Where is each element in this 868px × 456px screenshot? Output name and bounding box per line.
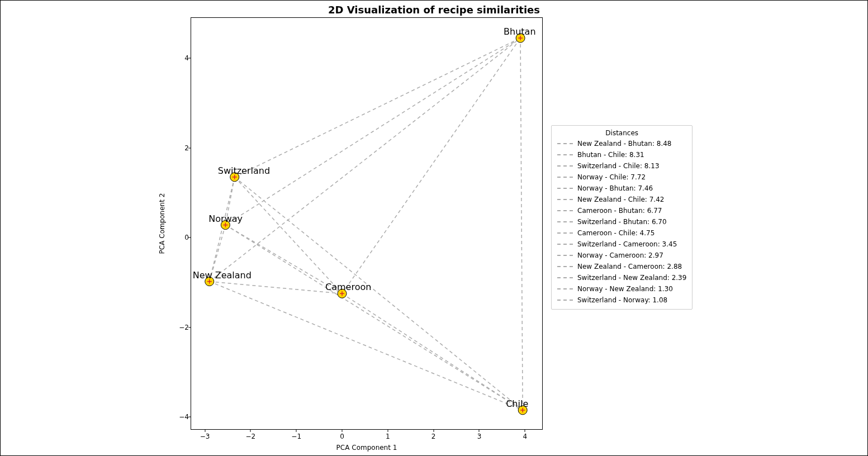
plot-svg [191,18,542,429]
legend: Distances New Zealand - Bhutan: 8.48Bhut… [551,125,692,310]
legend-entry: Norway - New Zealand: 1.30 [557,283,686,294]
distance-line [225,225,342,294]
x-tick-mark [387,429,388,432]
legend-label: Norway - New Zealand: 1.30 [577,283,673,294]
x-tick-label: −1 [291,433,301,440]
legend-label: Switzerland - Cameroon: 3.45 [577,239,677,250]
point-label: Switzerland [218,165,270,176]
legend-line-icon [557,188,573,189]
distance-line [520,38,523,410]
legend-entry: Switzerland - Cameroon: 3.45 [557,239,686,250]
x-tick-mark [525,429,525,432]
y-tick-label: −2 [176,324,189,331]
legend-entry: Switzerland - Norway: 1.08 [557,294,686,306]
legend-line-icon [557,143,573,144]
legend-line-icon [557,165,573,167]
x-tick-label: −2 [246,433,256,440]
legend-label: Norway - Cameroon: 2.97 [577,250,663,261]
distance-line [342,293,523,410]
x-tick-label: −3 [200,433,210,440]
x-tick-mark [479,429,480,432]
legend-entry: New Zealand - Cameroon: 2.88 [557,261,686,272]
distance-line [235,177,523,410]
y-tick-label: 0 [176,234,189,241]
x-tick-mark [433,429,434,432]
legend-entry: Switzerland - Bhutan: 6.70 [557,216,686,227]
legend-line-icon [557,210,573,211]
legend-entry: Norway - Bhutan: 7.46 [557,183,686,194]
distance-line [210,282,523,410]
point-label: New Zealand [193,270,252,281]
legend-entry: Switzerland - Chile: 8.13 [557,160,686,172]
distance-line [210,177,235,282]
legend-line-icon [557,266,573,267]
legend-label: Switzerland - Norway: 1.08 [577,294,667,306]
distance-line [235,38,520,177]
legend-line-icon [557,154,573,155]
legend-entry: Switzerland - New Zealand: 2.39 [557,272,686,283]
chart-title: 2D Visualization of recipe similarities [1,4,867,16]
distance-line [210,38,520,282]
legend-line-icon [557,277,573,278]
legend-entry: New Zealand - Bhutan: 8.48 [557,138,686,149]
x-tick-mark [205,429,205,432]
y-tick-label: 2 [176,144,189,152]
legend-line-icon [557,255,573,256]
legend-label: New Zealand - Bhutan: 8.48 [577,138,672,149]
y-tick-label: −4 [176,413,189,421]
legend-entry: New Zealand - Chile: 7.42 [557,194,686,205]
legend-entry: Norway - Cameroon: 2.97 [557,250,686,261]
legend-label: Cameroon - Bhutan: 6.77 [577,205,662,216]
legend-entry: Cameroon - Chile: 4.75 [557,227,686,239]
legend-title: Distances [557,129,686,137]
legend-line-icon [557,232,573,234]
legend-label: Bhutan - Chile: 8.31 [577,149,644,160]
x-tick-label: 2 [431,433,436,440]
legend-label: Switzerland - Bhutan: 6.70 [577,216,667,227]
legend-body: New Zealand - Bhutan: 8.48Bhutan - Chile… [557,138,686,306]
distance-line [210,282,342,294]
legend-line-icon [557,199,573,200]
legend-line-icon [557,244,573,245]
point-label: Chile [506,398,528,409]
x-tick-mark [250,429,251,432]
x-tick-label: 4 [523,433,527,440]
legend-entry: Bhutan - Chile: 8.31 [557,149,686,160]
legend-line-icon [557,221,573,222]
legend-label: New Zealand - Chile: 7.42 [577,194,664,205]
legend-line-icon [557,288,573,289]
y-axis-label: PCA Component 2 [158,193,166,254]
legend-line-icon [557,177,573,178]
legend-label: New Zealand - Cameroon: 2.88 [577,261,682,272]
legend-label: Switzerland - Chile: 8.13 [577,160,660,172]
legend-label: Norway - Bhutan: 7.46 [577,183,653,194]
x-tick-label: 1 [386,433,390,440]
legend-line-icon [557,300,573,301]
x-axis-label: PCA Component 1 [336,444,397,452]
legend-label: Norway - Chile: 7.72 [577,172,646,183]
y-tick-label: 4 [176,54,189,62]
point-label: Bhutan [504,26,535,37]
legend-entry: Cameroon - Bhutan: 6.77 [557,205,686,216]
distance-line [225,225,523,410]
figure-frame: 2D Visualization of recipe similarities … [0,0,868,456]
x-tick-mark [296,429,297,432]
x-tick-mark [342,429,343,432]
plot-area: PCA Component 1 PCA Component 2 Switzerl… [191,17,543,430]
distance-line [342,38,520,293]
x-tick-label: 3 [477,433,482,440]
point-label: Norway [208,213,243,224]
distance-line [225,38,520,225]
point-label: Cameroon [325,282,371,292]
legend-label: Switzerland - New Zealand: 2.39 [577,272,686,283]
legend-entry: Norway - Chile: 7.72 [557,172,686,183]
x-tick-label: 0 [340,433,344,440]
legend-label: Cameroon - Chile: 4.75 [577,227,654,239]
